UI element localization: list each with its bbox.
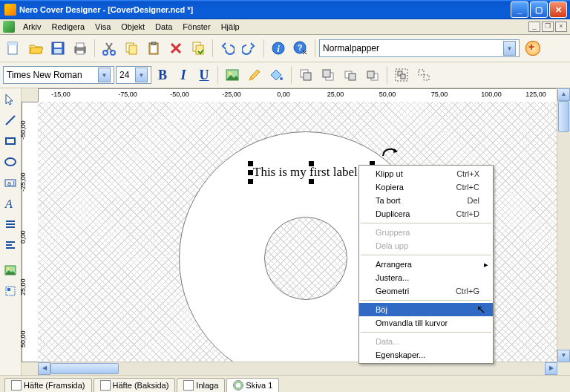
maximize-button[interactable]: ▢ [530, 1, 548, 18]
menu-visa[interactable]: Visa [90, 21, 116, 33]
scroll-thumb[interactable] [50, 363, 119, 374]
menu-redigera[interactable]: Redigera [46, 21, 90, 33]
doc-icon [3, 21, 15, 33]
pointer-tool[interactable] [1, 90, 20, 109]
selection-handle[interactable] [248, 161, 253, 166]
print-button[interactable] [70, 38, 91, 59]
bold-button[interactable]: B [153, 65, 172, 85]
menu-hjalp[interactable]: Hjälp [216, 21, 245, 33]
font-size-combo[interactable]: 24 ▼ [116, 66, 151, 84]
selection-handle[interactable] [309, 179, 314, 184]
dropdown-arrow-icon: ▼ [98, 68, 111, 82]
ctx-duplicate[interactable]: DupliceraCtrl+D [359, 207, 493, 220]
scroll-up-button[interactable]: ▲ [557, 88, 570, 101]
ctx-ungroup: Dela upp [359, 239, 493, 252]
redo-button[interactable] [239, 38, 260, 59]
pen-button[interactable] [244, 65, 265, 85]
close-button[interactable]: ✕ [549, 1, 567, 18]
menu-objekt[interactable]: Objekt [116, 21, 150, 33]
track-list-tool[interactable] [1, 215, 20, 234]
ctx-align[interactable]: Justera... [359, 271, 493, 284]
dropdown-arrow-icon: ▼ [135, 68, 148, 82]
artistic-text-tool[interactable]: A [1, 194, 20, 213]
new-button[interactable] [3, 38, 24, 59]
scroll-down-button[interactable]: ▼ [557, 350, 570, 362]
info-button[interactable]: i [268, 38, 289, 59]
italic-button[interactable]: I [174, 65, 193, 85]
vertical-ruler: -50,00 -25,00 0,00 25,00 50,00 [22, 102, 39, 362]
svg-text:i: i [277, 43, 280, 54]
text-label[interactable]: This is my first label [253, 165, 358, 180]
rectangle-tool[interactable] [1, 131, 20, 151]
svg-rect-1 [8, 42, 17, 45]
ctx-geometry[interactable]: GeometriCtrl+G [359, 284, 493, 298]
ctx-bend[interactable]: Böj [359, 303, 493, 316]
text-box-tool[interactable]: a.I [1, 173, 20, 192]
ellipse-tool[interactable] [1, 152, 20, 172]
tab-front[interactable]: Häfte (Framsida) [4, 378, 92, 392]
selection-handle[interactable] [248, 179, 253, 184]
mdi-restore[interactable]: ❐ [542, 22, 554, 32]
ctx-to-curves[interactable]: Omvandla till kurvor [359, 316, 493, 330]
ctx-cut[interactable]: Klipp utCtrl+X [359, 167, 493, 180]
underline-button[interactable]: U [194, 65, 214, 85]
bring-front-button[interactable] [295, 65, 316, 85]
scroll-left-button[interactable]: ◀ [38, 362, 50, 375]
insert-image-button[interactable] [222, 65, 243, 85]
cut-button[interactable] [99, 38, 119, 59]
paper-combo[interactable]: Normalpapper ▼ [319, 39, 520, 57]
forward-button[interactable] [340, 65, 361, 85]
svg-text:?: ? [298, 43, 303, 52]
svg-rect-36 [424, 75, 429, 80]
menu-data[interactable]: Data [150, 21, 177, 33]
line-tool[interactable] [1, 111, 20, 130]
ctx-properties[interactable]: Egenskaper... [359, 348, 493, 362]
properties-button[interactable] [188, 38, 209, 59]
field-tool[interactable] [1, 235, 20, 255]
send-back-button[interactable] [318, 65, 338, 85]
menu-fonster[interactable]: Fönster [177, 21, 215, 33]
undo-button[interactable] [217, 38, 238, 59]
ctx-copy[interactable]: KopieraCtrl+C [359, 180, 493, 194]
selection-handle[interactable] [309, 161, 314, 166]
ungroup-button[interactable] [413, 65, 434, 85]
backward-button[interactable] [362, 65, 383, 85]
vertical-scrollbar[interactable]: ▲ ▼ [557, 88, 570, 362]
main-toolbar: i ? Normalpapper ▼ [0, 35, 570, 62]
paste-button[interactable] [143, 38, 164, 59]
delete-button[interactable] [166, 38, 186, 59]
title-bar: Nero Cover Designer - [CoverDesigner.ncd… [0, 0, 570, 19]
svg-rect-11 [129, 45, 137, 54]
menu-arkiv[interactable]: Arkiv [18, 21, 46, 33]
tab-inlay[interactable]: Inlaga [177, 378, 225, 392]
mdi-minimize[interactable]: _ [528, 22, 540, 32]
group-button[interactable] [391, 65, 412, 85]
scroll-thumb[interactable] [558, 101, 569, 132]
svg-point-23 [280, 77, 283, 80]
help-button[interactable]: ? [290, 38, 311, 59]
image-tool[interactable] [1, 261, 20, 280]
ctx-arrange[interactable]: Arrangera [359, 258, 493, 271]
mdi-close[interactable]: × [555, 22, 567, 32]
copy-button[interactable] [121, 38, 142, 59]
add-button[interactable] [525, 41, 540, 56]
rotate-handle-icon[interactable] [379, 145, 402, 160]
scroll-right-button[interactable]: ▶ [545, 362, 557, 375]
open-button[interactable] [25, 38, 46, 59]
ctx-delete[interactable]: Ta bortDel [359, 194, 493, 207]
tab-back[interactable]: Häfte (Baksida) [94, 378, 176, 392]
svg-rect-14 [151, 42, 156, 45]
selection-handle[interactable] [248, 170, 253, 175]
fill-button[interactable] [266, 65, 287, 85]
svg-rect-29 [349, 74, 356, 80]
save-button[interactable] [48, 38, 68, 59]
font-name-combo[interactable]: Times New Roman ▼ [3, 66, 114, 84]
minimize-button[interactable]: _ [511, 1, 528, 18]
paper-value: Normalpapper [323, 43, 379, 53]
svg-point-8 [103, 50, 108, 55]
app-icon [4, 4, 16, 16]
svg-rect-6 [76, 43, 84, 48]
grid-tool[interactable] [1, 281, 20, 301]
svg-text:A: A [4, 197, 13, 210]
tab-disc1[interactable]: Skiva 1 [226, 378, 279, 392]
